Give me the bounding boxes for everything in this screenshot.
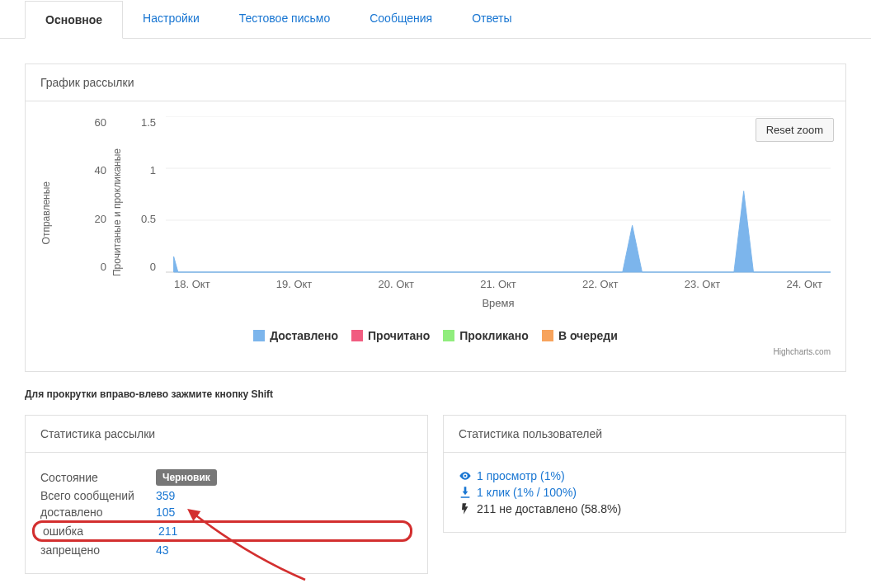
flash-icon (459, 502, 472, 515)
stat-total: Всего сообщений 359 (40, 487, 412, 504)
tab-answers[interactable]: Ответы (452, 0, 531, 38)
chart-panel-title: График рассылки (26, 64, 845, 101)
x-axis-title: Время (166, 297, 831, 309)
user-stats-panel: Статистика пользователей 1 просмотр (1%)… (443, 415, 846, 533)
swatch-icon (351, 330, 363, 341)
y-axis-2-ticks: 1.5 1 0.5 0 (136, 116, 161, 273)
tab-test-letter[interactable]: Тестовое письмо (219, 0, 350, 38)
y-axis-1-ticks: 60 40 20 0 (87, 116, 111, 273)
chart-plot[interactable]: 18. Окт 19. Окт 20. Окт 21. Окт 22. Окт … (161, 116, 831, 309)
legend-queued[interactable]: В очереди (542, 329, 618, 342)
chart-credit[interactable]: Highcharts.com (40, 347, 831, 356)
user-stats-title: Статистика пользователей (444, 416, 845, 453)
tab-main[interactable]: Основное (25, 1, 123, 39)
legend-read[interactable]: Прочитано (351, 329, 430, 342)
eye-icon (459, 469, 472, 482)
state-badge: Черновик (156, 469, 217, 486)
scroll-hint: Для прокрутки вправо-влево зажмите кнопк… (25, 388, 846, 400)
chart-panel: График рассылки Reset zoom Отправленые 6… (25, 64, 846, 372)
chart-legend: Доставлено Прочитано Прокликано В очеред… (40, 329, 831, 342)
mailing-stats-panel: Статистика рассылки Состояние Черновик В… (25, 415, 428, 574)
swatch-icon (443, 330, 454, 341)
tab-settings[interactable]: Настройки (123, 0, 219, 38)
y-axis-2-title: Прочитаные и прокликаные (111, 116, 136, 309)
mailing-stats-title: Статистика рассылки (26, 416, 427, 453)
user-stat-views[interactable]: 1 просмотр (1%) (459, 468, 831, 484)
legend-clicked[interactable]: Прокликано (443, 329, 529, 342)
stat-error: ошибка 211 (32, 520, 412, 542)
swatch-icon (542, 330, 553, 341)
y-axis-1-title: Отправленые (40, 116, 87, 309)
legend-delivered[interactable]: Доставлено (253, 329, 338, 342)
tab-messages[interactable]: Сообщения (350, 0, 452, 38)
swatch-icon (253, 330, 265, 341)
user-stat-undelivered[interactable]: 211 не доставлено (58.8%) (459, 501, 831, 517)
x-axis-ticks: 18. Окт 19. Окт 20. Окт 21. Окт 22. Окт … (166, 278, 831, 290)
tabs-bar: Основное Настройки Тестовое письмо Сообщ… (0, 0, 871, 39)
stat-forbidden: запрещено 43 (40, 542, 412, 558)
user-stat-clicks[interactable]: 1 клик (1% / 100%) (459, 484, 831, 501)
pointer-icon (459, 486, 472, 499)
stat-state: Состояние Черновик (40, 468, 412, 487)
stat-delivered: доставлено 105 (40, 504, 412, 520)
